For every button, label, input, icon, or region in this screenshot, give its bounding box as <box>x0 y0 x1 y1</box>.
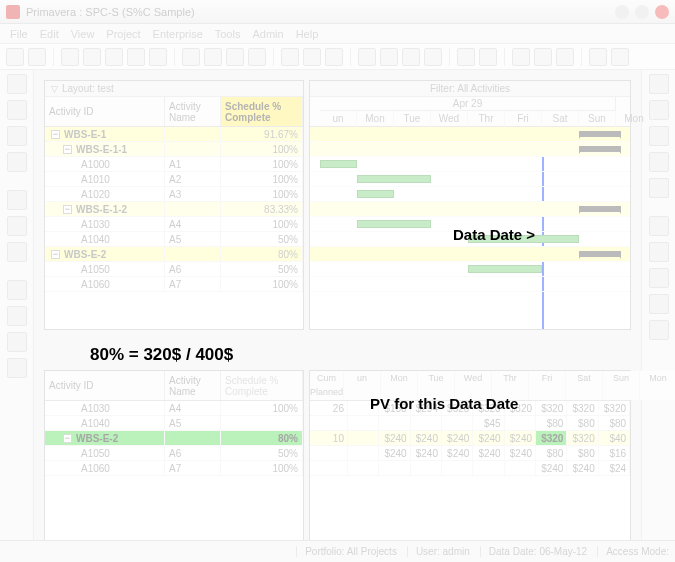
lb-btn[interactable] <box>7 280 27 300</box>
collapse-icon[interactable]: − <box>63 205 72 214</box>
pv-row[interactable]: $45$80$80$80 <box>310 416 630 431</box>
add-icon[interactable] <box>649 74 669 94</box>
menu-admin[interactable]: Admin <box>252 28 283 40</box>
zoom-in-icon[interactable] <box>589 48 607 66</box>
filter-icon[interactable] <box>457 48 475 66</box>
maximize-button[interactable] <box>635 5 649 19</box>
tb-btn[interactable] <box>325 48 343 66</box>
zoom-out-icon[interactable] <box>611 48 629 66</box>
wbs-row[interactable]: −WBS-E-1-283.33% <box>45 202 303 217</box>
rb-btn[interactable] <box>649 320 669 340</box>
menu-view[interactable]: View <box>71 28 95 40</box>
pv-cell <box>411 461 442 475</box>
tb-btn[interactable] <box>358 48 376 66</box>
tb-btn[interactable] <box>127 48 145 66</box>
lb-btn[interactable] <box>7 358 27 378</box>
activity-bar[interactable] <box>357 190 394 198</box>
lb-btn[interactable] <box>7 242 27 262</box>
lb-btn[interactable] <box>7 152 27 172</box>
activity-bar[interactable] <box>357 220 431 228</box>
activity-row[interactable]: A1060A7100% <box>45 461 303 476</box>
activity-row[interactable]: A1010A2100% <box>45 172 303 187</box>
rb-btn[interactable] <box>649 268 669 288</box>
tb-btn[interactable] <box>83 48 101 66</box>
collapse-icon[interactable]: − <box>51 250 60 259</box>
lb-btn[interactable] <box>7 306 27 326</box>
lb-btn[interactable] <box>7 74 27 94</box>
rb-btn[interactable] <box>649 294 669 314</box>
pv-row[interactable]: 10$240$240$240$240$240$320$320$40 <box>310 431 630 446</box>
activity-row[interactable]: A1040A5 <box>45 416 303 431</box>
activity-row[interactable]: A1040A550% <box>45 232 303 247</box>
tb-btn[interactable] <box>281 48 299 66</box>
rb-btn[interactable] <box>649 242 669 262</box>
lb-btn[interactable] <box>7 216 27 236</box>
tb-btn[interactable] <box>105 48 123 66</box>
lb-btn[interactable] <box>7 332 27 352</box>
wbs-row[interactable]: −WBS-E-280% <box>45 431 303 446</box>
activity-row[interactable]: A1050A650% <box>45 262 303 277</box>
lb-btn[interactable] <box>7 100 27 120</box>
pv-row[interactable]: $240$240$240$240$240$80$80$16 <box>310 446 630 461</box>
col-activity-name[interactable]: Activity Name <box>165 371 221 400</box>
activity-bar[interactable] <box>357 175 431 183</box>
col-activity-id[interactable]: Activity ID <box>45 97 165 126</box>
menu-file[interactable]: File <box>10 28 28 40</box>
activity-row[interactable]: A1030A4100% <box>45 217 303 232</box>
tb-btn[interactable] <box>303 48 321 66</box>
activity-row[interactable]: A1030A4100% <box>45 401 303 416</box>
close-button[interactable] <box>655 5 669 19</box>
tb-btn[interactable] <box>424 48 442 66</box>
tb-btn[interactable] <box>479 48 497 66</box>
collapse-icon[interactable]: − <box>63 434 72 443</box>
wbs-row[interactable]: −WBS-E-191.67% <box>45 127 303 142</box>
tb-btn[interactable] <box>182 48 200 66</box>
tb-btn[interactable] <box>149 48 167 66</box>
lb-btn[interactable] <box>7 126 27 146</box>
menu-project[interactable]: Project <box>106 28 140 40</box>
cell-schedule-pct: 100% <box>221 277 303 291</box>
activity-row[interactable]: A1060A7100% <box>45 277 303 292</box>
tb-btn[interactable] <box>534 48 552 66</box>
preview-icon[interactable] <box>28 48 46 66</box>
menu-help[interactable]: Help <box>296 28 319 40</box>
print-icon[interactable] <box>6 48 24 66</box>
wbs-row[interactable]: −WBS-E-280% <box>45 247 303 262</box>
layout-label[interactable]: ▽Layout: test <box>45 81 303 97</box>
wbs-row[interactable]: −WBS-E-1-1100% <box>45 142 303 157</box>
tb-btn[interactable] <box>61 48 79 66</box>
activity-row[interactable]: A1020A3100% <box>45 187 303 202</box>
collapse-icon[interactable]: − <box>51 130 60 139</box>
col-activity-id[interactable]: Activity ID <box>45 371 165 400</box>
activity-row[interactable]: A1000A1100% <box>45 157 303 172</box>
menu-edit[interactable]: Edit <box>40 28 59 40</box>
cut-icon[interactable] <box>649 126 669 146</box>
lb-btn[interactable] <box>7 190 27 210</box>
pv-row[interactable]: $240$240$24 <box>310 461 630 476</box>
tb-btn[interactable] <box>556 48 574 66</box>
minimize-button[interactable] <box>615 5 629 19</box>
timeline-day: un <box>320 111 357 127</box>
menu-tools[interactable]: Tools <box>215 28 241 40</box>
tb-btn[interactable] <box>226 48 244 66</box>
activity-bar[interactable] <box>468 265 542 273</box>
filter-label[interactable]: Filter: All Activities <box>310 81 630 97</box>
rb-btn[interactable] <box>649 216 669 236</box>
cell-name: A7 <box>165 461 221 475</box>
cell-name: A6 <box>165 446 221 460</box>
paste-icon[interactable] <box>649 178 669 198</box>
activity-row[interactable]: A1050A650% <box>45 446 303 461</box>
collapse-icon[interactable]: − <box>63 145 72 154</box>
col-schedule-pct[interactable]: Schedule % Complete <box>221 97 303 126</box>
activity-bar[interactable] <box>320 160 357 168</box>
tb-btn[interactable] <box>248 48 266 66</box>
tb-btn[interactable] <box>512 48 530 66</box>
tb-btn[interactable] <box>380 48 398 66</box>
copy-icon[interactable] <box>649 152 669 172</box>
col-activity-name[interactable]: Activity Name <box>165 97 221 126</box>
col-schedule-pct[interactable]: Schedule % Complete <box>221 371 303 400</box>
pv-col-cum[interactable]: Cum Planned <box>310 371 344 400</box>
menu-enterprise[interactable]: Enterprise <box>153 28 203 40</box>
tb-btn[interactable] <box>402 48 420 66</box>
tb-btn[interactable] <box>204 48 222 66</box>
